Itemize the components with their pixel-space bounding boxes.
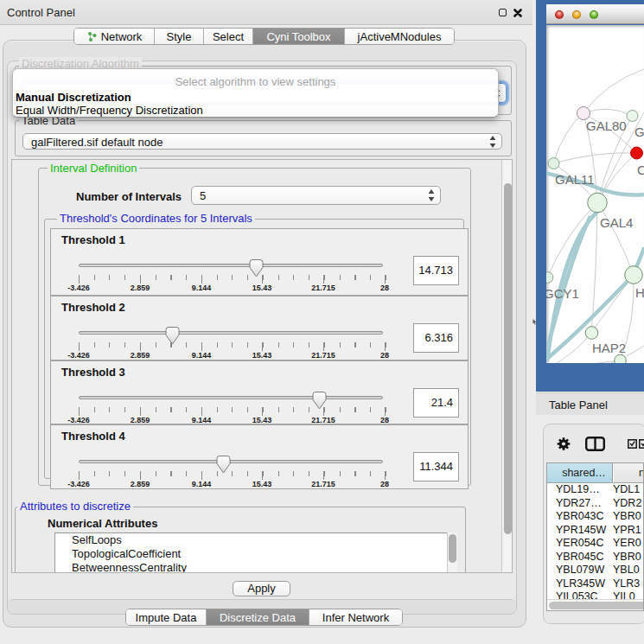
svg-text:GCY1: GCY1 <box>546 286 579 301</box>
svg-text:GAL80: GAL80 <box>586 118 627 133</box>
svg-text:HI: HI <box>635 285 644 300</box>
svg-text:GAL11: GAL11 <box>555 172 595 187</box>
svg-text:GAL4: GAL4 <box>600 215 633 230</box>
svg-text:HAP2: HAP2 <box>592 341 626 355</box>
svg-text:CD: CD <box>637 163 644 177</box>
svg-text:GA: GA <box>634 124 644 139</box>
